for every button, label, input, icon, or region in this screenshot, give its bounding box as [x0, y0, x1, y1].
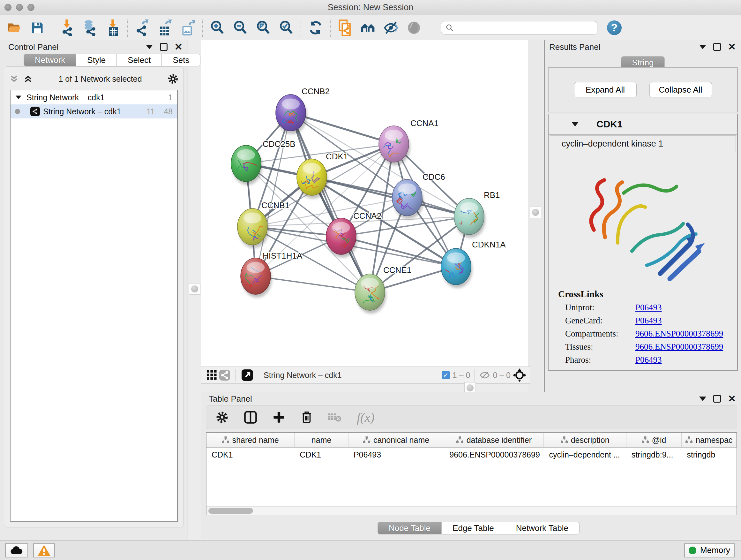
tab-sets[interactable]: Sets — [162, 54, 200, 66]
network-node-CCNB1[interactable]: CCNB1 — [238, 200, 289, 248]
open-session-icon[interactable] — [7, 20, 22, 35]
tab-select[interactable]: Select — [117, 54, 162, 66]
gear-icon[interactable] — [167, 73, 179, 84]
show-columns-icon[interactable] — [244, 411, 257, 424]
help-icon[interactable]: ? — [607, 20, 622, 35]
memory-button[interactable]: Memory — [684, 543, 735, 557]
tab-network-table[interactable]: Network Table — [505, 522, 580, 535]
network-canvas[interactable]: CCNB2CCNA1CDC25BCDK1CDC6RB1CCNB1CCNA2CDK… — [201, 40, 528, 367]
gene-collapse-icon[interactable] — [571, 122, 579, 126]
add-column-icon[interactable] — [273, 411, 285, 424]
home-icon[interactable] — [360, 20, 375, 35]
expand-all-button[interactable]: Expand All — [574, 82, 636, 98]
hide-unhide-icon[interactable] — [384, 20, 398, 35]
warning-icon — [38, 545, 51, 556]
import-network-file-icon[interactable] — [59, 20, 74, 35]
control-panel-menu-icon[interactable] — [146, 45, 153, 49]
table-panel-close-icon[interactable]: ✕ — [728, 394, 736, 403]
export-image-icon[interactable] — [181, 20, 195, 35]
network-graph[interactable]: CCNB2CCNA1CDC25BCDK1CDC6RB1CCNB1CCNA2CDK… — [201, 40, 528, 367]
birdseye-grid-icon[interactable] — [205, 368, 218, 382]
import-table-file-icon[interactable] — [105, 20, 120, 35]
expand-all-icon[interactable] — [23, 74, 33, 84]
tab-node-table[interactable]: Node Table — [378, 522, 442, 535]
network-node-CDC6[interactable]: CDC6 — [392, 172, 445, 219]
network-style-icon[interactable] — [218, 368, 231, 382]
results-panel-close-icon[interactable]: ✕ — [728, 42, 736, 52]
edge-CCNB2-CCNE1[interactable] — [291, 113, 370, 292]
selected-counts: 1 – 0 — [453, 371, 470, 380]
clone-network-icon[interactable] — [338, 20, 352, 35]
results-panel-float-icon[interactable] — [713, 43, 721, 51]
column-header-database-identifier[interactable]: database identifier — [444, 433, 544, 447]
network-node-CCNB2[interactable]: CCNB2 — [276, 86, 330, 134]
zoom-out-icon[interactable] — [233, 20, 248, 35]
table-horizontal-scrollbar[interactable] — [206, 506, 737, 515]
memory-label: Memory — [700, 545, 730, 555]
column-label: description — [571, 435, 610, 445]
network-node-CCNE1[interactable]: CCNE1 — [355, 265, 411, 314]
zoom-fit-icon[interactable] — [256, 20, 271, 35]
table-panel-menu-icon[interactable] — [699, 396, 706, 401]
save-session-icon[interactable] — [30, 20, 45, 35]
zoom-selected-icon[interactable] — [279, 20, 293, 35]
crosslink-value-link[interactable]: 9606.ENSP00000378699 — [635, 329, 723, 339]
crosslink-value-link[interactable]: P06493 — [635, 355, 662, 365]
export-network-icon[interactable] — [135, 20, 149, 35]
selected-checkbox-icon[interactable]: ✓ — [442, 371, 450, 379]
network-row-selected[interactable]: String Network – cdk1 11 48 — [10, 105, 177, 118]
collapse-all-button[interactable]: Collapse All — [650, 82, 712, 98]
scrollbar-thumb[interactable] — [208, 508, 253, 514]
crosslink-value-link[interactable]: P06493 — [635, 303, 662, 313]
table-settings-gear-icon[interactable] — [216, 411, 228, 424]
crosslink-value-link[interactable]: P06493 — [635, 316, 662, 326]
refresh-icon[interactable] — [308, 20, 323, 35]
column-header-name[interactable]: name — [294, 433, 348, 447]
zoom-in-icon[interactable] — [210, 20, 225, 35]
open-in-window-icon[interactable] — [240, 368, 254, 382]
tab-edge-table[interactable]: Edge Table — [442, 522, 505, 535]
collapse-all-icon[interactable] — [9, 74, 19, 84]
show-graphics-icon[interactable] — [407, 20, 421, 35]
column-header-description[interactable]: description — [544, 433, 626, 447]
warnings-button[interactable] — [33, 543, 55, 557]
control-panel-close-icon[interactable]: ✕ — [175, 42, 183, 52]
fit-content-crosshair-icon[interactable] — [511, 368, 529, 382]
gene-section-header[interactable]: CDK1 — [549, 114, 737, 135]
tab-style[interactable]: Style — [76, 54, 117, 66]
column-header-canonical-name[interactable]: canonical name — [348, 433, 444, 447]
tab-network[interactable]: Network — [23, 54, 76, 66]
table-panel-float-icon[interactable] — [713, 395, 721, 402]
column-header-@id[interactable]: @id — [626, 433, 682, 447]
edge-HIST1H1A-CCNE1[interactable] — [256, 276, 370, 292]
table-row[interactable]: CDK1CDK1P064939606.ENSP00000378699cyclin… — [206, 448, 737, 462]
network-node-HIST1H1A[interactable]: HIST1H1A — [241, 251, 302, 298]
network-node-RB1[interactable]: RB1 — [452, 190, 500, 238]
delete-column-trash-icon[interactable] — [300, 411, 313, 424]
column-header-shared-name[interactable]: shared name — [206, 433, 294, 447]
control-panel-float-icon[interactable] — [160, 43, 167, 51]
column-header-namespac[interactable]: namespac — [682, 433, 737, 447]
edge-CDK1-RB1[interactable] — [312, 177, 469, 216]
export-table-icon[interactable] — [158, 20, 172, 35]
edge-CCNA2-CDKN1A[interactable] — [341, 236, 456, 266]
results-panel-menu-icon[interactable] — [699, 45, 706, 49]
table-body: CDK1CDK1P064939606.ENSP00000378699cyclin… — [206, 448, 737, 462]
right-splitter-handle[interactable] — [530, 206, 541, 218]
collection-count: 1 — [168, 93, 173, 102]
search-input[interactable] — [457, 23, 593, 33]
network-node-CDK1[interactable]: CDK1 — [291, 152, 348, 199]
table-cell: CDK1 — [294, 448, 348, 462]
table-tabs: Node TableEdge TableNetwork Table — [378, 522, 580, 535]
collection-expand-icon[interactable] — [16, 96, 21, 99]
network-node-CDKN1A[interactable]: CDKN1A — [437, 240, 506, 288]
crosslink-value-link[interactable]: 9606.ENSP00000378699 — [635, 342, 723, 352]
network-collection-row[interactable]: String Network – cdk1 1 — [10, 90, 177, 105]
left-splitter-handle[interactable] — [189, 283, 200, 295]
table-cell: CDK1 — [206, 448, 294, 462]
network-node-CDC25B[interactable]: CDC25B — [231, 139, 295, 185]
table-header-row: shared namenamecanonical namedatabase id… — [206, 433, 737, 448]
cloud-status-button[interactable] — [5, 543, 28, 557]
import-network-database-icon[interactable] — [82, 20, 97, 35]
cytoscape-window: Session: New Session — [0, 0, 741, 560]
